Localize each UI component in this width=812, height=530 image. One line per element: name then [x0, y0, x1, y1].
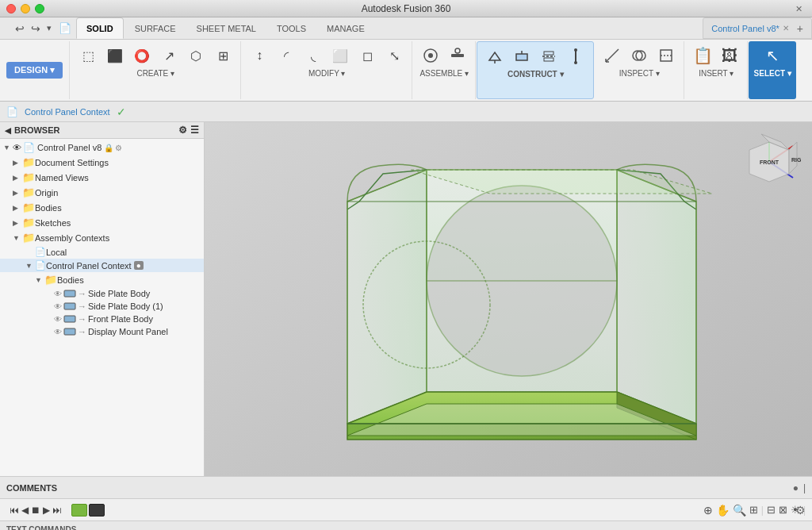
insert-canvas-button[interactable]: 🖼 [717, 43, 742, 68]
rib-button[interactable]: ⊞ [210, 43, 236, 68]
undo-button[interactable]: ↩ [13, 21, 27, 36]
tree-item-origin[interactable]: ▶ 📁 Origin [0, 185, 204, 200]
pan-icon[interactable]: ✋ [716, 504, 730, 517]
tree-item-control-panel-ctx[interactable]: ▼ 📄 Control Panel Context ● [0, 259, 204, 272]
close-button[interactable] [6, 4, 16, 13]
tree-item-local[interactable]: 📄 Local [0, 245, 204, 259]
axis-through-button[interactable] [563, 44, 588, 69]
offset-plane-button[interactable] [482, 44, 508, 69]
create-label[interactable]: CREATE ▾ [136, 69, 174, 78]
section-analysis-button[interactable] [653, 43, 679, 68]
maximize-button[interactable] [35, 4, 44, 13]
tree-item-sketches[interactable]: ▶ 📁 Sketches [0, 215, 204, 230]
orbit-icon[interactable]: ⊕ [703, 504, 713, 517]
tree-item-front-plate[interactable]: 👁 → Front Plate Body [0, 313, 204, 325]
eye-icon-side-plate-1[interactable]: 👁 [54, 302, 62, 311]
fillet-button[interactable]: ◜ [274, 43, 299, 68]
loft-button[interactable]: ⬡ [183, 43, 209, 68]
new-joint-button[interactable] [418, 43, 443, 68]
extrude-button[interactable]: ⬛ [102, 43, 128, 68]
eye-icon-display-mount[interactable]: 👁 [54, 328, 62, 336]
comments-expand-icon[interactable]: | [803, 482, 806, 494]
sweep-button[interactable]: ↗ [156, 43, 182, 68]
tree-item-bodies2[interactable]: ▼ 📁 Bodies [0, 272, 204, 287]
tab-manage[interactable]: MANAGE [317, 17, 374, 39]
skip-start-button[interactable]: ⏮ [10, 505, 19, 516]
step-back-button[interactable]: ◀ [21, 505, 29, 516]
tree-expand-doc[interactable]: ▶ [13, 159, 22, 167]
comments-toggle-button[interactable]: ● [793, 482, 799, 494]
tree-expand-bodies[interactable]: ▶ [13, 204, 22, 212]
select-label[interactable]: SELECT ▾ [754, 69, 791, 78]
measure-button[interactable] [599, 43, 625, 68]
tree-item-root[interactable]: ▼ 👁 📄 Control Panel v8 🔒 ⚙ [0, 140, 204, 155]
redo-button[interactable]: ↪ [29, 21, 43, 36]
browser-more-icon[interactable]: ☰ [190, 125, 199, 136]
settings-icon[interactable]: ⚙ [795, 504, 806, 517]
insert-label[interactable]: INSERT ▾ [699, 69, 733, 78]
tree-expand-sketches[interactable]: ▶ [13, 219, 22, 227]
zoom-icon[interactable]: 🔍 [733, 504, 746, 517]
tree-item-assembly-contexts[interactable]: ▼ 📁 Assembly Contexts [0, 230, 204, 245]
stop-button[interactable]: ⏹ [31, 505, 40, 516]
tree-expand-bodies2[interactable]: ▼ [35, 276, 44, 284]
browser-collapse-button[interactable]: ◀ [5, 126, 11, 135]
tab-surface[interactable]: SURFACE [125, 17, 186, 39]
root-lock-icon[interactable]: 🔒 [104, 144, 113, 152]
tree-item-side-plate[interactable]: 👁 → Side Plate Body [0, 287, 204, 300]
assemble-label[interactable]: ASSEMBLE ▾ [419, 69, 469, 78]
shell-button[interactable]: ⬜ [327, 43, 353, 68]
tab-solid[interactable]: SOLID [76, 17, 124, 39]
eye-icon-side-plate[interactable]: 👁 [54, 290, 62, 298]
file-tab-close[interactable]: ✕ [783, 24, 789, 33]
tab-tools[interactable]: TOOLS [267, 17, 316, 39]
modify-label[interactable]: MODIFY ▾ [308, 69, 345, 78]
revolve-button[interactable]: ⭕ [129, 43, 155, 68]
file-tab[interactable]: Control Panel v8* ✕ + [703, 17, 812, 39]
browser-panel: ◀ BROWSER ⚙ ☰ ▼ 👁 📄 Control Panel v8 🔒 ⚙… [0, 122, 205, 476]
timeline-marker-1[interactable] [71, 504, 87, 517]
tree-item-named-views[interactable]: ▶ 📁 Named Views [0, 170, 204, 185]
tree-item-display-mount[interactable]: 👁 → Display Mount Panel [0, 325, 204, 338]
plane-at-angle-button[interactable] [509, 44, 534, 69]
new-component-button[interactable]: ⬚ [75, 43, 101, 68]
tree-expand-assembly[interactable]: ▼ [13, 234, 22, 242]
inspect-label[interactable]: INSPECT ▾ [619, 69, 660, 78]
fit-icon[interactable]: ⊞ [749, 504, 758, 516]
assemble-joint-button[interactable] [445, 43, 470, 68]
tree-item-bodies[interactable]: ▶ 📁 Bodies [0, 200, 204, 215]
viewcube[interactable]: FRONT RIGHT [737, 130, 801, 194]
press-pull-button[interactable]: ↕ [247, 43, 272, 68]
chamfer-button[interactable]: ◟ [301, 43, 326, 68]
construct-label[interactable]: CONSTRUCT ▾ [508, 70, 564, 79]
design-dropdown-button[interactable]: DESIGN ▾ [6, 62, 63, 79]
add-tab-button[interactable]: + [797, 22, 803, 35]
root-visibility-icon[interactable]: 👁 [13, 143, 21, 152]
grid-button[interactable]: ⊠ [779, 504, 787, 516]
tree-item-side-plate-1[interactable]: 👁 → Side Plate Body (1) [0, 300, 204, 313]
tab-sheet-metal[interactable]: SHEET METAL [187, 17, 266, 39]
skip-end-button[interactable]: ⏭ [52, 505, 62, 516]
select-button[interactable]: ↖ [760, 43, 785, 68]
tree-item-doc-settings[interactable]: ▶ 📁 Document Settings [0, 155, 204, 170]
insert-derive-button[interactable]: 📋 [690, 43, 715, 68]
history-button[interactable]: ▾ [44, 21, 54, 35]
tree-expand-named[interactable]: ▶ [13, 174, 22, 182]
midplane-button[interactable] [536, 44, 561, 69]
tree-expand-root[interactable]: ▼ [3, 144, 13, 152]
display-mode-button[interactable]: ⊟ [767, 504, 776, 516]
tree-expand-ctx[interactable]: ▼ [25, 262, 35, 270]
browser-settings-icon[interactable]: ⚙ [178, 125, 187, 136]
context-label[interactable]: Control Panel Context [25, 107, 110, 117]
window-close-icon[interactable]: ✕ [795, 3, 802, 13]
play-button[interactable]: ▶ [43, 505, 50, 516]
eye-icon-front-plate[interactable]: 👁 [54, 315, 62, 324]
minimize-button[interactable] [21, 4, 30, 13]
viewport[interactable]: FRONT RIGHT [205, 122, 812, 476]
tree-expand-origin[interactable]: ▶ [13, 189, 22, 197]
scale-button[interactable]: ⤡ [381, 43, 407, 68]
interference-button[interactable] [626, 43, 652, 68]
timeline-marker-2[interactable] [89, 504, 105, 517]
draft-button[interactable]: ◻ [354, 43, 380, 68]
root-settings-icon[interactable]: ⚙ [115, 144, 122, 152]
